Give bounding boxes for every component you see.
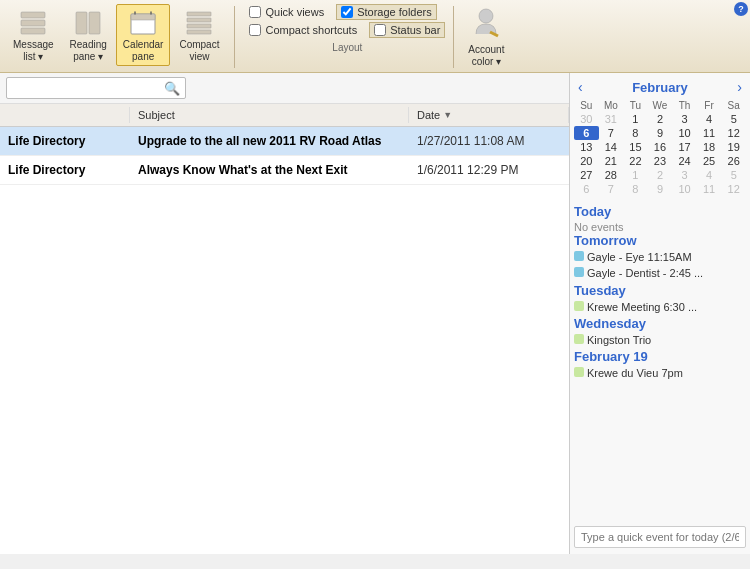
svg-point-13 <box>479 9 493 23</box>
email-date: 1/6/2011 12:29 PM <box>409 160 569 180</box>
event-item[interactable]: Gayle - Dentist - 2:45 ... <box>574 266 746 280</box>
event-text: Krewe Meeting 6:30 ... <box>587 300 697 314</box>
status-bar-check[interactable]: Status bar <box>369 22 445 38</box>
event-text: Krewe du Vieu 7pm <box>587 366 683 380</box>
quick-event-box <box>574 526 746 548</box>
event-dot <box>574 251 584 261</box>
svg-line-14 <box>490 32 498 36</box>
calendar-day[interactable]: 17 <box>672 140 697 154</box>
calendar-day[interactable]: 2 <box>648 112 673 126</box>
toolbar-icon-buttons: Messagelist ▾ Readingpane ▾ Calendarpane… <box>6 4 226 66</box>
calendar-day[interactable]: 19 <box>721 140 746 154</box>
storage-folders-check[interactable]: Storage folders <box>336 4 437 20</box>
toolbar-checks-row2: Compact shortcuts Status bar <box>249 22 445 38</box>
event-text: Kingston Trio <box>587 333 651 347</box>
tomorrow-section: Tomorrow Gayle - Eye 11:15AM Gayle - Den… <box>574 233 746 281</box>
event-item[interactable]: Krewe du Vieu 7pm <box>574 366 746 380</box>
event-item[interactable]: Gayle - Eye 11:15AM <box>574 250 746 264</box>
prev-month-button[interactable]: ‹ <box>574 79 587 95</box>
calendar-pane-icon <box>127 7 159 39</box>
email-sender: Life Directory <box>0 131 130 151</box>
calendar-day[interactable]: 9 <box>648 182 673 196</box>
svg-rect-12 <box>187 30 211 34</box>
calendar-day[interactable]: 1 <box>623 112 648 126</box>
calendar-day[interactable]: 4 <box>697 112 722 126</box>
calendar-day[interactable]: 27 <box>574 168 599 182</box>
event-item[interactable]: Kingston Trio <box>574 333 746 347</box>
calendar-day[interactable]: 31 <box>599 112 624 126</box>
email-subject: Upgrade to the all new 2011 RV Road Atla… <box>130 131 409 151</box>
col-header-date[interactable]: Date ▼ <box>409 107 569 123</box>
calendar-day[interactable]: 3 <box>672 112 697 126</box>
calendar-day[interactable]: 6 <box>574 126 599 140</box>
quick-views-checkbox[interactable] <box>249 6 261 18</box>
status-bar-label: Status bar <box>390 24 440 36</box>
calendar-day[interactable]: 6 <box>574 182 599 196</box>
calendar-day[interactable]: 1 <box>623 168 648 182</box>
calendar-day[interactable]: 5 <box>721 168 746 182</box>
calendar-day[interactable]: 12 <box>721 182 746 196</box>
quick-event-input[interactable] <box>575 527 745 547</box>
compact-shortcuts-check[interactable]: Compact shortcuts <box>249 22 357 38</box>
svg-rect-9 <box>187 12 211 16</box>
calendar-day[interactable]: 7 <box>599 126 624 140</box>
calendar-day[interactable]: 5 <box>721 112 746 126</box>
calendar-day[interactable]: 14 <box>599 140 624 154</box>
storage-folders-checkbox[interactable] <box>341 6 353 18</box>
status-bar-checkbox[interactable] <box>374 24 386 36</box>
next-month-button[interactable]: › <box>733 79 746 95</box>
col-header-subject[interactable]: Subject <box>130 107 409 123</box>
toolbar-separator-2 <box>453 6 454 68</box>
email-sender: Life Directory <box>0 160 130 180</box>
calendar-day[interactable]: 28 <box>599 168 624 182</box>
dow-tu: Tu <box>623 99 648 112</box>
calendar-day[interactable]: 11 <box>697 126 722 140</box>
event-sections: Today No events Tomorrow Gayle - Eye 11:… <box>574 204 746 382</box>
calendar-day[interactable]: 2 <box>648 168 673 182</box>
calendar-day[interactable]: 8 <box>623 126 648 140</box>
reading-pane-label: Readingpane ▾ <box>70 39 107 63</box>
dow-th: Th <box>672 99 697 112</box>
calendar-day[interactable]: 16 <box>648 140 673 154</box>
svg-rect-4 <box>89 12 100 34</box>
calendar-day[interactable]: 10 <box>672 182 697 196</box>
calendar-day[interactable]: 26 <box>721 154 746 168</box>
email-subject: Always Know What's at the Next Exit <box>130 160 409 180</box>
message-list-button[interactable]: Messagelist ▾ <box>6 4 61 66</box>
search-input[interactable] <box>6 77 186 99</box>
calendar-day[interactable]: 22 <box>623 154 648 168</box>
calendar-day[interactable]: 13 <box>574 140 599 154</box>
calendar-day[interactable]: 4 <box>697 168 722 182</box>
calendar-day[interactable]: 15 <box>623 140 648 154</box>
calendar-day[interactable]: 7 <box>599 182 624 196</box>
compact-shortcuts-checkbox[interactable] <box>249 24 261 36</box>
calendar-day[interactable]: 8 <box>623 182 648 196</box>
email-row[interactable]: Life Directory Always Know What's at the… <box>0 156 569 185</box>
calendar-day[interactable]: 18 <box>697 140 722 154</box>
reading-pane-button[interactable]: Readingpane ▾ <box>63 4 114 66</box>
calendar-day[interactable]: 12 <box>721 126 746 140</box>
calendar-day[interactable]: 9 <box>648 126 673 140</box>
account-color-label: Accountcolor ▾ <box>468 44 504 68</box>
calendar-day[interactable]: 23 <box>648 154 673 168</box>
search-icon[interactable]: 🔍 <box>164 81 180 96</box>
calendar-day[interactable]: 25 <box>697 154 722 168</box>
calendar-day[interactable]: 30 <box>574 112 599 126</box>
calendar-pane-button[interactable]: Calendarpane <box>116 4 171 66</box>
calendar-day[interactable]: 3 <box>672 168 697 182</box>
calendar-day[interactable]: 21 <box>599 154 624 168</box>
calendar-day[interactable]: 11 <box>697 182 722 196</box>
account-color-button[interactable]: Accountcolor ▾ <box>462 4 510 70</box>
calendar-day[interactable]: 24 <box>672 154 697 168</box>
event-item[interactable]: Krewe Meeting 6:30 ... <box>574 300 746 314</box>
compact-view-button[interactable]: Compactview <box>172 4 226 66</box>
svg-rect-10 <box>187 18 211 22</box>
calendar-month-label: February <box>632 80 688 95</box>
calendar-panel: ‹ February › Su Mo Tu We Th Fr Sa <box>570 73 750 554</box>
email-row[interactable]: Life Directory Upgrade to the all new 20… <box>0 127 569 156</box>
quick-views-check[interactable]: Quick views <box>249 4 324 20</box>
toolbar-checkboxes: Quick views Storage folders Compact shor… <box>243 4 445 53</box>
calendar-day[interactable]: 20 <box>574 154 599 168</box>
calendar-day[interactable]: 10 <box>672 126 697 140</box>
corner-icon[interactable]: ? <box>734 2 748 16</box>
